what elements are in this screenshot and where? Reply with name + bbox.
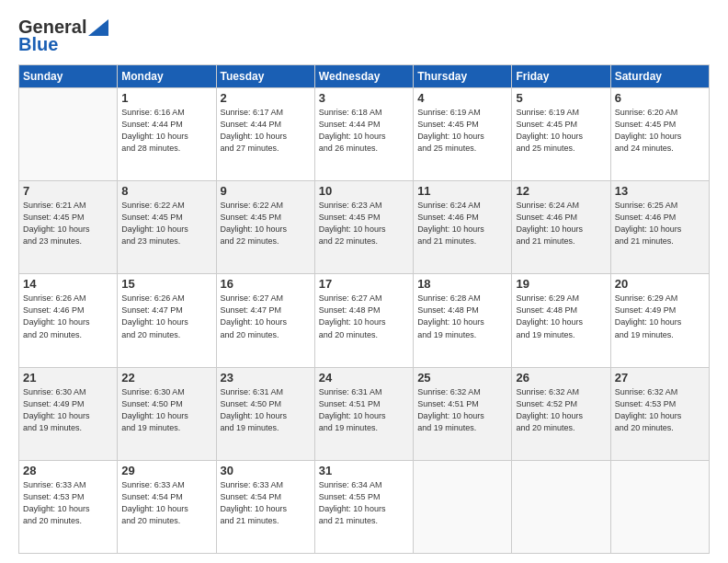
day-number: 2: [221, 91, 311, 105]
day-number: 14: [23, 277, 113, 291]
day-number: 30: [221, 464, 311, 477]
day-info: Sunrise: 6:31 AM Sunset: 4:50 PM Dayligh…: [221, 386, 311, 434]
day-info: Sunrise: 6:34 AM Sunset: 4:55 PM Dayligh…: [319, 479, 409, 527]
weekday-header-saturday: Saturday: [610, 65, 709, 88]
calendar-cell: 21Sunrise: 6:30 AM Sunset: 4:49 PM Dayli…: [19, 367, 118, 460]
weekday-header-thursday: Thursday: [414, 65, 512, 88]
calendar-table: SundayMondayTuesdayWednesdayThursdayFrid…: [18, 64, 710, 554]
calendar-cell: 28Sunrise: 6:33 AM Sunset: 4:53 PM Dayli…: [19, 460, 118, 553]
day-info: Sunrise: 6:19 AM Sunset: 4:45 PM Dayligh…: [417, 107, 507, 155]
calendar-cell: [19, 88, 118, 181]
calendar-cell: 23Sunrise: 6:31 AM Sunset: 4:50 PM Dayli…: [216, 367, 314, 460]
week-row-5: 28Sunrise: 6:33 AM Sunset: 4:53 PM Dayli…: [19, 460, 710, 553]
day-info: Sunrise: 6:30 AM Sunset: 4:49 PM Dayligh…: [23, 386, 113, 434]
day-info: Sunrise: 6:33 AM Sunset: 4:54 PM Dayligh…: [221, 479, 311, 527]
calendar-cell: 18Sunrise: 6:28 AM Sunset: 4:48 PM Dayli…: [414, 274, 512, 367]
day-info: Sunrise: 6:19 AM Sunset: 4:45 PM Dayligh…: [516, 107, 606, 155]
calendar-cell: 10Sunrise: 6:23 AM Sunset: 4:45 PM Dayli…: [314, 181, 413, 274]
day-info: Sunrise: 6:30 AM Sunset: 4:50 PM Dayligh…: [121, 386, 211, 434]
day-number: 4: [417, 91, 507, 105]
day-info: Sunrise: 6:26 AM Sunset: 4:46 PM Dayligh…: [23, 293, 113, 340]
weekday-header-sunday: Sunday: [19, 65, 118, 88]
calendar-cell: 2Sunrise: 6:17 AM Sunset: 4:44 PM Daylig…: [216, 88, 314, 181]
calendar-cell: [512, 460, 610, 553]
day-number: 25: [417, 371, 507, 385]
day-number: 3: [319, 91, 409, 105]
day-number: 15: [121, 277, 211, 291]
day-number: 31: [319, 464, 409, 477]
day-info: Sunrise: 6:24 AM Sunset: 4:46 PM Dayligh…: [516, 200, 606, 247]
calendar-cell: 3Sunrise: 6:18 AM Sunset: 4:44 PM Daylig…: [314, 88, 413, 181]
calendar-cell: 15Sunrise: 6:26 AM Sunset: 4:47 PM Dayli…: [118, 274, 216, 367]
day-info: Sunrise: 6:24 AM Sunset: 4:46 PM Dayligh…: [417, 200, 507, 247]
day-info: Sunrise: 6:32 AM Sunset: 4:52 PM Dayligh…: [516, 386, 606, 434]
day-number: 20: [615, 277, 705, 291]
day-number: 5: [516, 91, 606, 105]
weekday-header-wednesday: Wednesday: [314, 65, 413, 88]
weekday-header-tuesday: Tuesday: [216, 65, 314, 88]
calendar-cell: 5Sunrise: 6:19 AM Sunset: 4:45 PM Daylig…: [512, 88, 610, 181]
day-number: 8: [121, 184, 211, 198]
calendar-cell: 25Sunrise: 6:32 AM Sunset: 4:51 PM Dayli…: [414, 367, 512, 460]
day-number: 12: [516, 184, 606, 198]
day-number: 22: [121, 371, 211, 385]
calendar-cell: 22Sunrise: 6:30 AM Sunset: 4:50 PM Dayli…: [118, 367, 216, 460]
week-row-2: 7Sunrise: 6:21 AM Sunset: 4:45 PM Daylig…: [19, 181, 710, 274]
day-number: 16: [221, 277, 311, 291]
calendar-cell: 19Sunrise: 6:29 AM Sunset: 4:48 PM Dayli…: [512, 274, 610, 367]
day-info: Sunrise: 6:29 AM Sunset: 4:49 PM Dayligh…: [615, 293, 705, 340]
day-info: Sunrise: 6:16 AM Sunset: 4:44 PM Dayligh…: [121, 107, 211, 155]
day-number: 7: [23, 184, 113, 198]
day-number: 1: [121, 91, 211, 105]
day-number: 13: [615, 184, 705, 198]
calendar-cell: 26Sunrise: 6:32 AM Sunset: 4:52 PM Dayli…: [512, 367, 610, 460]
calendar-cell: 24Sunrise: 6:31 AM Sunset: 4:51 PM Dayli…: [314, 367, 413, 460]
day-number: 6: [615, 91, 705, 105]
day-number: 28: [23, 464, 113, 477]
day-number: 19: [516, 277, 606, 291]
weekday-header-friday: Friday: [512, 65, 610, 88]
week-row-1: 1Sunrise: 6:16 AM Sunset: 4:44 PM Daylig…: [19, 88, 710, 181]
calendar-cell: 13Sunrise: 6:25 AM Sunset: 4:46 PM Dayli…: [610, 181, 709, 274]
calendar-cell: 31Sunrise: 6:34 AM Sunset: 4:55 PM Dayli…: [314, 460, 413, 553]
calendar-cell: 27Sunrise: 6:32 AM Sunset: 4:53 PM Dayli…: [610, 367, 709, 460]
calendar-cell: 17Sunrise: 6:27 AM Sunset: 4:48 PM Dayli…: [314, 274, 413, 367]
calendar-cell: [414, 460, 512, 553]
calendar-cell: 29Sunrise: 6:33 AM Sunset: 4:54 PM Dayli…: [118, 460, 216, 553]
day-info: Sunrise: 6:32 AM Sunset: 4:51 PM Dayligh…: [417, 386, 507, 434]
calendar-cell: [610, 460, 709, 553]
calendar-cell: 4Sunrise: 6:19 AM Sunset: 4:45 PM Daylig…: [414, 88, 512, 181]
day-info: Sunrise: 6:20 AM Sunset: 4:45 PM Dayligh…: [615, 107, 705, 155]
calendar-cell: 14Sunrise: 6:26 AM Sunset: 4:46 PM Dayli…: [19, 274, 118, 367]
day-number: 10: [319, 184, 409, 198]
calendar-cell: 9Sunrise: 6:22 AM Sunset: 4:45 PM Daylig…: [216, 181, 314, 274]
day-info: Sunrise: 6:17 AM Sunset: 4:44 PM Dayligh…: [221, 107, 311, 155]
weekday-header-monday: Monday: [118, 65, 216, 88]
day-info: Sunrise: 6:21 AM Sunset: 4:45 PM Dayligh…: [23, 200, 113, 247]
logo: General Blue: [18, 17, 108, 55]
day-info: Sunrise: 6:33 AM Sunset: 4:53 PM Dayligh…: [23, 479, 113, 527]
header: General Blue: [18, 17, 710, 55]
calendar-cell: 1Sunrise: 6:16 AM Sunset: 4:44 PM Daylig…: [118, 88, 216, 181]
svg-marker-0: [88, 19, 108, 36]
weekday-header-row: SundayMondayTuesdayWednesdayThursdayFrid…: [19, 65, 710, 88]
week-row-4: 21Sunrise: 6:30 AM Sunset: 4:49 PM Dayli…: [19, 367, 710, 460]
day-info: Sunrise: 6:22 AM Sunset: 4:45 PM Dayligh…: [221, 200, 311, 247]
day-number: 11: [417, 184, 507, 198]
calendar-cell: 7Sunrise: 6:21 AM Sunset: 4:45 PM Daylig…: [19, 181, 118, 274]
day-info: Sunrise: 6:25 AM Sunset: 4:46 PM Dayligh…: [615, 200, 705, 247]
day-info: Sunrise: 6:18 AM Sunset: 4:44 PM Dayligh…: [319, 107, 409, 155]
calendar-cell: 6Sunrise: 6:20 AM Sunset: 4:45 PM Daylig…: [610, 88, 709, 181]
logo-icon: [88, 19, 108, 36]
day-info: Sunrise: 6:32 AM Sunset: 4:53 PM Dayligh…: [615, 386, 705, 434]
day-number: 29: [121, 464, 211, 477]
week-row-3: 14Sunrise: 6:26 AM Sunset: 4:46 PM Dayli…: [19, 274, 710, 367]
calendar-cell: 16Sunrise: 6:27 AM Sunset: 4:47 PM Dayli…: [216, 274, 314, 367]
day-number: 24: [319, 371, 409, 385]
day-info: Sunrise: 6:23 AM Sunset: 4:45 PM Dayligh…: [319, 200, 409, 247]
calendar-cell: 20Sunrise: 6:29 AM Sunset: 4:49 PM Dayli…: [610, 274, 709, 367]
day-number: 26: [516, 371, 606, 385]
day-info: Sunrise: 6:27 AM Sunset: 4:48 PM Dayligh…: [319, 293, 409, 340]
day-info: Sunrise: 6:28 AM Sunset: 4:48 PM Dayligh…: [417, 293, 507, 340]
day-number: 27: [615, 371, 705, 385]
